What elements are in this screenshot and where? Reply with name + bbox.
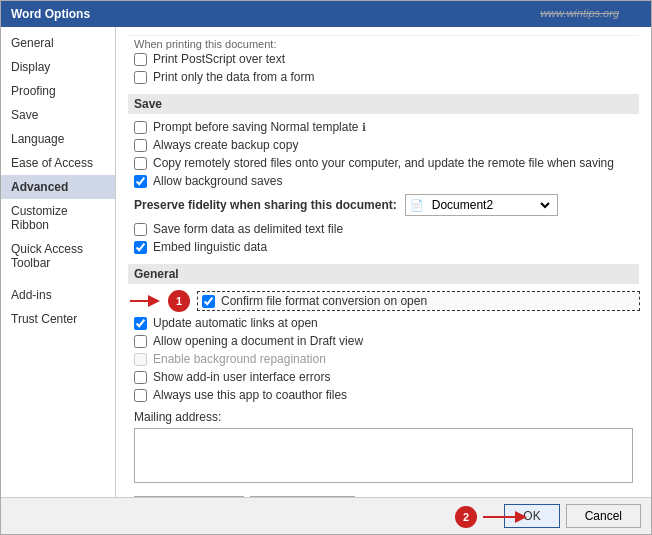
preserve-row: Preserve fidelity when sharing this docu…: [128, 190, 639, 220]
checkbox-allow-draft[interactable]: [134, 335, 147, 348]
option-allow-background: Allow background saves: [128, 172, 639, 190]
word-options-dialog: Word Options www.wintips.org General Dis…: [0, 0, 652, 535]
sidebar-item-save[interactable]: Save: [1, 103, 115, 127]
sidebar: General Display Proofing Save Language E…: [1, 27, 116, 497]
option-always-backup: Always create backup copy: [128, 136, 639, 154]
checkbox-embed-linguistic[interactable]: [134, 241, 147, 254]
option-print-postscript: Print PostScript over text: [128, 50, 639, 68]
mailing-address-label: Mailing address:: [128, 408, 639, 426]
option-confirm-format: Confirm file format conversion on open: [198, 292, 639, 310]
badge1-container: 1: [128, 290, 194, 312]
label-allow-draft: Allow opening a document in Draft view: [153, 334, 363, 348]
option-allow-draft: Allow opening a document in Draft view: [128, 332, 639, 350]
label-show-addin-errors: Show add-in user interface errors: [153, 370, 330, 384]
sidebar-item-quick-access-toolbar[interactable]: Quick Access Toolbar: [1, 237, 115, 275]
label-embed-linguistic: Embed linguistic data: [153, 240, 267, 254]
arrow1-svg: [128, 292, 166, 310]
mailing-address-textarea[interactable]: [134, 428, 633, 483]
document-icon: 📄: [410, 199, 424, 212]
checkbox-print-postscript[interactable]: [134, 53, 147, 66]
option-show-addin-errors: Show add-in user interface errors: [128, 368, 639, 386]
label-print-postscript: Print PostScript over text: [153, 52, 285, 66]
checkbox-prompt-normal[interactable]: [134, 121, 147, 134]
label-confirm-format: Confirm file format conversion on open: [221, 294, 427, 308]
label-always-backup: Always create backup copy: [153, 138, 298, 152]
checkbox-show-addin-errors[interactable]: [134, 371, 147, 384]
label-print-form-data: Print only the data from a form: [153, 70, 314, 84]
checkbox-always-backup[interactable]: [134, 139, 147, 152]
label-copy-remotely: Copy remotely stored files onto your com…: [153, 156, 614, 170]
sidebar-item-display[interactable]: Display: [1, 55, 115, 79]
info-icon: ℹ: [362, 121, 366, 134]
option-copy-remotely: Copy remotely stored files onto your com…: [128, 154, 639, 172]
sidebar-item-proofing[interactable]: Proofing: [1, 79, 115, 103]
option-prompt-normal: Prompt before saving Normal template ℹ: [128, 118, 639, 136]
option-save-form-delimited: Save form data as delimited text file: [128, 220, 639, 238]
sidebar-item-add-ins[interactable]: Add-ins: [1, 283, 115, 307]
checkbox-print-form-data[interactable]: [134, 71, 147, 84]
badge2-container: 2: [455, 506, 531, 528]
badge1: 1: [168, 290, 190, 312]
checkbox-copy-remotely[interactable]: [134, 157, 147, 170]
checkbox-allow-background[interactable]: [134, 175, 147, 188]
save-section-header: Save: [128, 94, 639, 114]
sidebar-item-language[interactable]: Language: [1, 127, 115, 151]
option-enable-repagination: Enable background repagination: [128, 350, 639, 368]
sidebar-item-ease-of-access[interactable]: Ease of Access: [1, 151, 115, 175]
dialog-title: Word Options: [11, 7, 90, 21]
sidebar-item-advanced[interactable]: Advanced: [1, 175, 115, 199]
main-scroll-area[interactable]: When printing this document: Print PostS…: [116, 27, 651, 497]
checkbox-enable-repagination[interactable]: [134, 353, 147, 366]
checkbox-confirm-format[interactable]: [202, 295, 215, 308]
label-save-form-delimited: Save form data as delimited text file: [153, 222, 343, 236]
checkbox-always-coauthor[interactable]: [134, 389, 147, 402]
label-allow-background: Allow background saves: [153, 174, 282, 188]
label-always-coauthor: Always use this app to coauthor files: [153, 388, 347, 402]
checkbox-save-form-delimited[interactable]: [134, 223, 147, 236]
cancel-button[interactable]: Cancel: [566, 504, 641, 528]
footer: 2 OK Cancel: [1, 497, 651, 534]
option-print-form-data: Print only the data from a form: [128, 68, 639, 86]
option-embed-linguistic: Embed linguistic data: [128, 238, 639, 256]
sidebar-item-customize-ribbon[interactable]: Customize Ribbon: [1, 199, 115, 237]
sidebar-item-general[interactable]: General: [1, 31, 115, 55]
badge2: 2: [455, 506, 477, 528]
preserve-label: Preserve fidelity when sharing this docu…: [134, 198, 397, 212]
label-enable-repagination: Enable background repagination: [153, 352, 326, 366]
watermark: www.wintips.org: [540, 7, 619, 19]
sidebar-item-trust-center[interactable]: Trust Center: [1, 307, 115, 331]
label-update-auto-links: Update automatic links at open: [153, 316, 318, 330]
preserve-dropdown[interactable]: Document2 Document1 All New Documents: [428, 197, 553, 213]
option-always-coauthor: Always use this app to coauthor files: [128, 386, 639, 404]
arrow2-svg: [481, 508, 531, 526]
option-update-auto-links: Update automatic links at open: [128, 314, 639, 332]
preserve-dropdown-container: 📄 Document2 Document1 All New Documents: [405, 194, 558, 216]
checkbox-update-auto-links[interactable]: [134, 317, 147, 330]
general-section-header: General: [128, 264, 639, 284]
badge1-indicator-row: 1 Confirm file format conversion on open: [128, 288, 639, 314]
main-panel: When printing this document: Print PostS…: [116, 27, 651, 497]
label-prompt-normal: Prompt before saving Normal template: [153, 120, 358, 134]
top-cut-text: When printing this document:: [128, 35, 639, 50]
